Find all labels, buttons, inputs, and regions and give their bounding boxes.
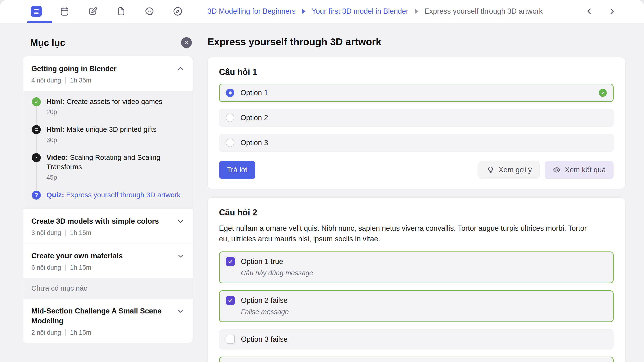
table-of-contents-panel: Mục lục Getting going in Blender 4 nội d…: [23, 35, 193, 343]
toc-card: Getting going in Blender 4 nội dung 1h 3…: [23, 56, 193, 343]
toc-section-header[interactable]: Create 3D models with simple colors 3 nộ…: [23, 208, 192, 243]
radio-unselected-icon[interactable]: [226, 138, 234, 147]
chat-icon: [144, 6, 155, 17]
item-type: Html:: [46, 126, 64, 133]
tab-chat[interactable]: [144, 6, 155, 17]
correct-check-icon: [599, 89, 607, 97]
item-duration: 20p: [46, 108, 162, 116]
option-feedback-message: Failse message: [241, 308, 607, 316]
checkbox-option-1[interactable]: Option 1 true Câu này đúng message: [219, 252, 614, 283]
item-duration: 45p: [46, 174, 186, 181]
answer-button[interactable]: Trả lời: [219, 161, 255, 179]
app-window: 3D Modelling for Beginners Your first 3D…: [0, 0, 644, 362]
item-title: Make unique 3D printed gifts: [66, 126, 156, 133]
tab-calendar[interactable]: [59, 6, 70, 17]
toc-icon: [31, 6, 42, 17]
edit-icon: [88, 6, 98, 17]
meta-divider: [65, 230, 66, 236]
section-count: 4 nội dung: [31, 77, 61, 84]
checkbox-option-2[interactable]: Option 2 failse Failse message: [219, 290, 614, 322]
view-result-label: Xem kết quả: [565, 166, 606, 174]
toc-item-quiz-active[interactable]: ? Quiz: Express yourself through 3D artw…: [32, 190, 186, 200]
breadcrumb-lesson-link[interactable]: Your first 3D model in Blender: [312, 7, 408, 16]
section-duration: 1h 15m: [70, 229, 91, 236]
chevron-left-icon[interactable]: [584, 6, 594, 16]
section-count: 6 nội dung: [31, 264, 61, 271]
option-label: Option 3: [240, 138, 268, 147]
item-type: Video:: [46, 154, 68, 161]
breadcrumb-separator-icon: [302, 8, 306, 14]
toc-item-lesson[interactable]: Video: Scaling Rotating and Scaling Tran…: [32, 153, 186, 181]
tab-file[interactable]: [116, 6, 127, 17]
radio-option-3[interactable]: Option 3: [219, 134, 614, 152]
breadcrumb-separator-icon: [415, 8, 418, 14]
page-title: Express yourself through 3D artwork: [208, 35, 625, 48]
close-sidebar-button[interactable]: [181, 37, 192, 48]
radio-option-1[interactable]: Option 1: [219, 84, 614, 102]
radio-unselected-icon[interactable]: [226, 114, 234, 122]
section-duration: 1h 15m: [70, 264, 91, 271]
play-circle-icon: [32, 153, 41, 162]
section-count: 2 nội dung: [31, 329, 61, 336]
view-hint-label: Xem gợi ý: [498, 166, 532, 174]
meta-divider: [65, 77, 66, 84]
toc-section-header[interactable]: Getting going in Blender 4 nội dung 1h 3…: [23, 56, 192, 91]
radio-selected-icon[interactable]: [226, 88, 234, 97]
section-title: Getting going in Blender: [31, 64, 184, 74]
breadcrumb-course-link[interactable]: 3D Modelling for Beginners: [208, 7, 296, 16]
toc-empty-section: Chưa có mục nào: [23, 278, 192, 298]
tab-table-of-contents[interactable]: [31, 6, 42, 17]
checkbox-unchecked-icon[interactable]: [226, 335, 235, 344]
question-2-heading: Câu hỏi 2: [219, 208, 614, 218]
section-duration: 1h 35m: [70, 77, 91, 84]
checkbox-option-4[interactable]: Option 4 true: [219, 356, 614, 362]
breadcrumb-current-page: Express yourself through 3D artwork: [424, 7, 543, 16]
chevron-down-icon: [176, 217, 184, 225]
active-tab-indicator: [27, 21, 52, 22]
checkbox-checked-icon[interactable]: [226, 296, 235, 305]
question-1-heading: Câu hỏi 1: [219, 67, 614, 77]
chevron-down-icon: [176, 252, 184, 260]
toc-item-lesson[interactable]: Html: Make unique 3D printed gifts 30p: [32, 125, 186, 144]
question-2-card: Câu hỏi 2 Eget nullam a ornare velit qui…: [208, 198, 625, 362]
toc-item-list: Html: Create assets for video games 20p …: [23, 91, 192, 209]
item-title: Create assets for video games: [66, 98, 162, 105]
tab-edit[interactable]: [87, 6, 98, 17]
section-duration: 1h 15m: [70, 329, 91, 336]
radio-option-2[interactable]: Option 2: [219, 109, 614, 127]
item-type: Html:: [46, 98, 64, 105]
item-duration: 30p: [46, 136, 156, 144]
meta-divider: [65, 264, 66, 271]
toc-item-lesson[interactable]: Html: Create assets for video games 20p: [32, 97, 186, 116]
toc-section-header[interactable]: Create your own materials 6 nội dung 1h …: [23, 243, 192, 278]
calendar-icon: [59, 6, 70, 17]
lightbulb-icon: [486, 166, 495, 174]
question-2-description: Eget nullam a ornare velit quis. Nibh nu…: [219, 223, 587, 244]
file-icon: [116, 6, 126, 17]
top-header: 3D Modelling for Beginners Your first 3D…: [0, 0, 644, 23]
question-1-card: Câu hỏi 1 Option 1 Option 2 Option 3 Trả…: [208, 57, 625, 189]
chevron-up-icon: [176, 65, 184, 73]
header-tabs: [31, 0, 184, 22]
chevron-right-icon[interactable]: [607, 6, 617, 16]
tab-compass[interactable]: [172, 6, 184, 17]
meta-divider: [65, 329, 66, 336]
checkbox-option-3[interactable]: Option 3 failse: [219, 329, 614, 350]
check-circle-icon: [32, 97, 41, 106]
eye-icon: [552, 166, 561, 174]
chevron-down-icon: [176, 307, 184, 315]
pager-nav: [584, 0, 617, 22]
option-label: Option 2 failse: [241, 296, 288, 305]
question-circle-icon: ?: [32, 191, 41, 200]
sidebar-title: Mục lục: [30, 38, 65, 48]
section-count: 3 nội dung: [31, 229, 61, 236]
section-title: Mid-Section Challenge A Small Scene Mode…: [31, 306, 184, 326]
option-label: Option 2: [240, 114, 268, 122]
view-result-button[interactable]: Xem kết quả: [545, 161, 614, 179]
item-title: Express yourself through 3D artwork: [66, 191, 180, 199]
option-label: Option 3 failse: [241, 335, 288, 344]
option-label: Option 1 true: [241, 257, 283, 266]
view-hint-button[interactable]: Xem gợi ý: [478, 161, 540, 179]
toc-section-header[interactable]: Mid-Section Challenge A Small Scene Mode…: [23, 298, 192, 343]
checkbox-checked-icon[interactable]: [226, 257, 235, 266]
